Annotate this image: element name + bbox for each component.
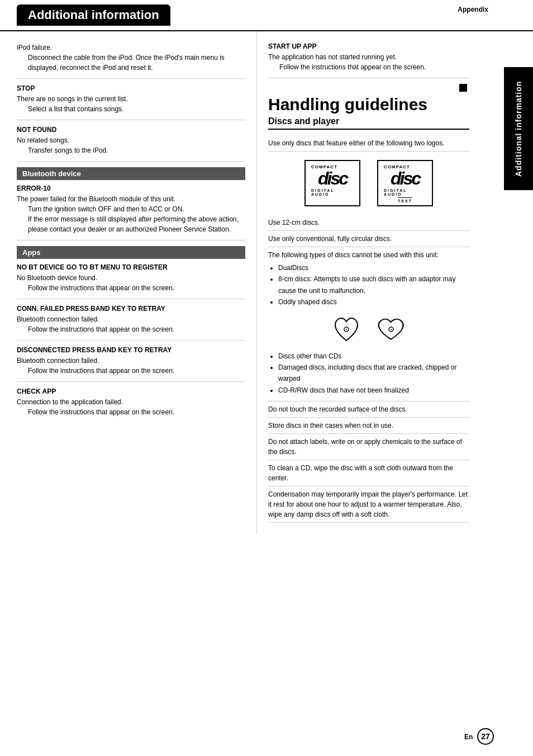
- error10-indented1: Turn the ignition switch OFF and then to…: [17, 204, 245, 214]
- clean-cd-row: To clean a CD, wipe the disc with a soft…: [268, 460, 469, 486]
- start-up-section: START UP APP The application has not sta…: [268, 42, 469, 78]
- list-item: Oddly shaped discs: [278, 296, 469, 308]
- not-found-body: No related songs.: [17, 135, 245, 145]
- odd-disc-icon-2: [374, 313, 408, 346]
- svg-point-1: [346, 329, 347, 330]
- error10-body: The power failed for the Bluetooth modul…: [17, 194, 245, 204]
- more-bullets-list: Discs other than CDs Damaged discs, incl…: [268, 351, 469, 396]
- cannot-use-section: The following types of discs cannot be u…: [268, 247, 469, 401]
- error10-section: ERROR-10 The power failed for the Blueto…: [17, 185, 245, 240]
- en-label: En: [464, 733, 473, 741]
- disc-logo-2: COMPACT disc DIGITAL AUDIO TEXT: [377, 160, 433, 206]
- not-found-indented: Transfer songs to the iPod.: [17, 145, 245, 155]
- disc-logo-1: COMPACT disc DIGITAL AUDIO: [304, 160, 360, 206]
- ipod-failure-heading: iPod failure.: [17, 42, 245, 53]
- no-bt-section: NO BT DEVICE GO TO BT MENU TO REGISTER N…: [17, 263, 245, 299]
- condensation-row: Condensation may temporarily impair the …: [268, 486, 469, 523]
- start-up-indented: Follow the instructions that appear on t…: [268, 62, 469, 72]
- svg-point-3: [391, 329, 392, 330]
- stop-section: STOP There are no songs in the current l…: [17, 84, 245, 120]
- disconnected-heading: DISCONNECTED PRESS BAND KEY TO RETRAY: [17, 346, 245, 354]
- disc-logo-2-text: TEXT: [398, 197, 412, 203]
- check-app-section: CHECK APP Connection to the application …: [17, 388, 245, 423]
- bluetooth-category-header: Bluetooth device: [17, 167, 245, 180]
- list-item: Damaged discs, including discs that are …: [278, 362, 469, 385]
- right-column: START UP APP The application has not sta…: [257, 31, 503, 534]
- disc-logo-1-bottom: DIGITAL AUDIO: [311, 188, 354, 196]
- no-touch-row: Do not touch the recorded surface of the…: [268, 401, 469, 418]
- use-discs-text: Use only discs that feature either of th…: [268, 135, 469, 152]
- check-app-body: Connection to the application failed.: [17, 397, 245, 407]
- conn-failed-heading: CONN. FAILED PRESS BAND KEY TO RETRAY: [17, 305, 245, 313]
- not-found-section: NOT FOUND No related songs. Transfer son…: [17, 126, 245, 162]
- error10-heading: ERROR-10: [17, 185, 245, 192]
- apps-category-header: Apps: [17, 246, 245, 259]
- handling-title: Handling guidelines: [268, 95, 469, 114]
- use-12cm-text: Use 12-cm discs.: [268, 215, 469, 231]
- list-item: Discs other than CDs: [278, 351, 469, 362]
- store-discs-row: Store discs in their cases when not in u…: [268, 418, 469, 434]
- conn-failed-body: Bluetooth connection failed.: [17, 314, 245, 324]
- top-header: Additional information Appendix: [0, 0, 533, 31]
- conventional-discs-text: Use only conventional, fully circular di…: [268, 231, 469, 247]
- page-wrapper: Additional information Appendix Addition…: [0, 0, 533, 756]
- ipod-failure-section: iPod failure. Disconnect the cable from …: [17, 42, 245, 79]
- start-up-heading: START UP APP: [268, 42, 469, 50]
- disc-logo-2-main: disc: [391, 169, 420, 187]
- start-up-body: The application has not started running …: [268, 52, 469, 62]
- cannot-use-list: DualDiscs 8-cm discs: Attempts to use su…: [268, 262, 469, 308]
- ipod-failure-body: Disconnect the cable from the iPod. Once…: [17, 53, 245, 73]
- check-app-heading: CHECK APP: [17, 388, 245, 395]
- page-number: 27: [477, 728, 494, 745]
- odd-disc-icon-1: [330, 313, 363, 346]
- odd-disc-icons: [268, 313, 469, 346]
- page-title: Additional information: [17, 4, 170, 26]
- conn-failed-indented: Follow the instructions that appear on t…: [17, 324, 245, 334]
- error10-indented2: If the error message is still displayed …: [17, 214, 245, 234]
- list-item: CD-R/RW discs that have not been finaliz…: [278, 385, 469, 396]
- disc-logos-area: COMPACT disc DIGITAL AUDIO COMPACT disc …: [268, 160, 469, 206]
- no-bt-heading: NO BT DEVICE GO TO BT MENU TO REGISTER: [17, 263, 245, 271]
- side-tab: Additional information: [504, 67, 533, 190]
- no-bt-indented: Follow the instructions that appear on t…: [17, 283, 245, 293]
- stop-indented: Select a list that contains songs.: [17, 104, 245, 114]
- left-column: iPod failure. Disconnect the cable from …: [0, 31, 257, 534]
- stop-heading: STOP: [17, 84, 245, 92]
- not-found-heading: NOT FOUND: [17, 126, 245, 134]
- discs-subtitle: Discs and player: [268, 116, 469, 130]
- disconnected-body: Bluetooth connection failed.: [17, 356, 245, 366]
- conn-failed-section: CONN. FAILED PRESS BAND KEY TO RETRAY Bl…: [17, 305, 245, 341]
- disconnected-indented: Follow the instructions that appear on t…: [17, 366, 245, 376]
- appendix-label: Appendix: [458, 6, 488, 13]
- disc-logo-2-bottom: DIGITAL AUDIO: [384, 188, 426, 196]
- disc-logo-1-main: disc: [318, 169, 347, 187]
- square-icon-row: [268, 84, 469, 92]
- no-bt-body: No Bluetooth device found.: [17, 273, 245, 283]
- check-app-indented: Follow the instructions that appear on t…: [17, 407, 245, 417]
- page-number-area: En 27: [464, 728, 494, 745]
- cannot-use-heading: The following types of discs cannot be u…: [268, 250, 469, 260]
- list-item: DualDiscs: [278, 262, 469, 273]
- main-content: iPod failure. Disconnect the cable from …: [0, 31, 533, 534]
- square-icon: [459, 84, 467, 92]
- list-item: 8-cm discs: Attempts to use such discs w…: [278, 273, 469, 296]
- stop-body: There are no songs in the current list.: [17, 94, 245, 104]
- disconnected-section: DISCONNECTED PRESS BAND KEY TO RETRAY Bl…: [17, 346, 245, 382]
- no-labels-row: Do not attach labels, write on or apply …: [268, 434, 469, 460]
